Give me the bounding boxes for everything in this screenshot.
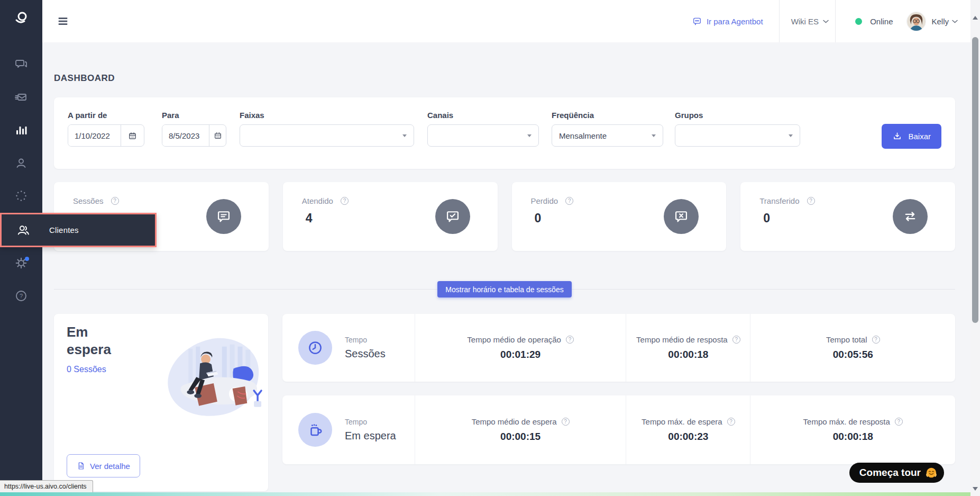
from-date-input[interactable] (68, 125, 121, 146)
menu-hamburger-icon[interactable] (57, 15, 69, 27)
hugging-face-emoji-icon (926, 467, 937, 479)
stat-card-perdido: Perdido 0 (512, 182, 727, 251)
online-status-label: Online (870, 17, 893, 26)
waiting-sessions-link[interactable]: 0 Sessões (67, 365, 106, 374)
time-kicker: Tempo (345, 336, 386, 344)
view-detail-button[interactable]: Ver detalhe (67, 454, 140, 477)
dashboard-icon[interactable] (15, 124, 28, 137)
topbar: Ir para Agentbot Wiki ES Online (42, 0, 970, 42)
avatar[interactable] (906, 12, 926, 31)
agentbot-chat-icon (692, 16, 702, 26)
status-bar-url: https://live-us.aivo.co/clients (0, 480, 93, 492)
frequencia-select[interactable]: Mensalmente (552, 124, 663, 147)
metric-total-time: Tempo total 00:05:56 (750, 314, 955, 382)
metric-label: Tempo máx. de espera (642, 417, 722, 426)
help-icon[interactable] (895, 418, 903, 426)
metric-value: 00:00:18 (833, 431, 873, 443)
loader-icon[interactable] (15, 190, 28, 202)
help-icon[interactable] (566, 336, 574, 344)
caret-down-icon (402, 134, 407, 137)
help-icon[interactable] (872, 336, 880, 344)
metric-label: Tempo médio de operação (467, 335, 561, 344)
show-sessions-table-button[interactable]: Mostrar horário e tabela de sessões (437, 281, 571, 297)
to-label: Para (162, 111, 226, 120)
waiting-card: Em espera 0 Sessões (54, 314, 268, 491)
canais-select[interactable] (427, 124, 539, 147)
agentbot-link-label: Ir para Agentbot (707, 17, 763, 26)
stat-label: Transferido (759, 196, 799, 205)
start-tour-button[interactable]: Começa tour (849, 463, 944, 483)
calendar-icon[interactable] (209, 125, 226, 146)
frequencia-value: Mensalmente (559, 131, 607, 140)
metric-label: Tempo máx. de resposta (803, 417, 890, 426)
sessions-table-toggle-row: Mostrar horário e tabela de sessões (54, 281, 955, 297)
topbar-divider (835, 0, 836, 42)
chat-bubble-lines-icon (206, 199, 241, 234)
faixas-select[interactable] (240, 124, 414, 147)
frequencia-label: Freqüência (552, 111, 663, 120)
stat-label: Perdido (531, 196, 558, 205)
grupos-select[interactable] (675, 124, 800, 147)
metric-value: 00:00:23 (668, 431, 708, 443)
stats-row: Sessões Atendido 4 (54, 182, 955, 251)
page-title: DASHBOARD (54, 73, 955, 84)
clients-people-icon (16, 223, 30, 237)
status-selector[interactable]: Online (855, 17, 893, 26)
metric-label: Tempo médio de resposta (636, 335, 728, 344)
main-content: DASHBOARD A partir de Para (42, 42, 970, 496)
topbar-divider (779, 0, 780, 42)
faixas-label: Faixas (240, 111, 414, 120)
go-to-agentbot-link[interactable]: Ir para Agentbot (692, 16, 763, 26)
help-icon[interactable] (562, 418, 570, 426)
document-icon (77, 462, 85, 470)
user-menu[interactable]: Kelly (931, 17, 958, 26)
time-card-sessoes: Tempo Sessões Tempo médio de operação 00… (282, 314, 955, 382)
campaigns-icon[interactable] (15, 91, 28, 104)
metric-label: Tempo médio de espera (472, 417, 557, 426)
chat-bubble-x-icon (664, 199, 699, 234)
stat-card-transferido: Transferido 0 (740, 182, 955, 251)
help-icon[interactable] (341, 197, 349, 205)
scrollbar-thumb[interactable] (972, 37, 978, 323)
sidebar-item-clientes[interactable]: Clientes (0, 213, 157, 247)
help-icon[interactable] (727, 418, 735, 426)
download-button[interactable]: Baixar (882, 124, 941, 149)
help-icon[interactable] (732, 336, 740, 344)
help-icon[interactable] (111, 197, 119, 205)
scrollbar-down-arrow-icon[interactable] (973, 487, 978, 491)
transfer-arrows-icon (893, 199, 928, 234)
caret-down-icon (789, 134, 793, 137)
time-card-em-espera: Tempo Em espera Tempo médio de espera 00… (282, 395, 955, 464)
canais-label: Canais (427, 111, 539, 120)
bottom-edge-strip (0, 492, 980, 496)
filter-canais: Canais (427, 111, 539, 169)
chevron-down-icon (823, 20, 829, 23)
help-circle-icon[interactable]: ? (15, 290, 28, 302)
conversations-icon[interactable] (15, 58, 28, 70)
agents-icon[interactable] (15, 157, 28, 169)
sidebar: ? (0, 0, 42, 496)
from-label: A partir de (68, 111, 144, 120)
waiting-title: Em espera (67, 323, 125, 358)
metric-value: 00:00:18 (668, 349, 708, 360)
caret-down-icon (652, 134, 656, 137)
bottom-section: Em espera 0 Sessões (54, 314, 955, 491)
vertical-scrollbar[interactable] (970, 0, 980, 496)
chat-bubble-check-icon (435, 199, 470, 234)
wiki-selector-label: Wiki ES (791, 17, 819, 26)
filter-from: A partir de (68, 111, 144, 169)
help-icon[interactable] (807, 197, 815, 205)
app-window: ? Clientes (0, 0, 980, 496)
calendar-icon[interactable] (121, 125, 144, 146)
to-date-input[interactable] (162, 125, 209, 146)
stat-card-atendido: Atendido 4 (283, 182, 498, 251)
filter-grupos: Grupos (675, 111, 800, 169)
wiki-selector[interactable]: Wiki ES (791, 17, 829, 26)
download-button-label: Baixar (908, 132, 931, 141)
scrollbar-up-arrow-icon[interactable] (973, 16, 978, 20)
clock-icon (298, 331, 332, 365)
metric-value: 00:05:56 (833, 349, 873, 360)
aivo-logo-icon[interactable] (13, 10, 30, 26)
help-icon[interactable] (565, 197, 573, 205)
metric-wait-avg: Tempo médio de espera 00:00:15 (415, 395, 626, 464)
